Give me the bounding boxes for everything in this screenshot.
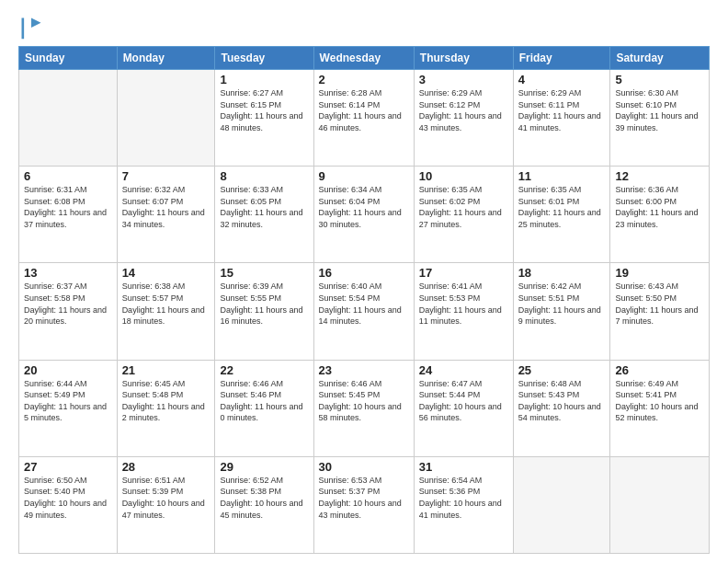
day-cell: 17Sunrise: 6:41 AM Sunset: 5:53 PM Dayli…: [414, 263, 513, 360]
day-info: Sunrise: 6:33 AM Sunset: 6:05 PM Dayligh…: [220, 184, 308, 230]
day-info: Sunrise: 6:28 AM Sunset: 6:14 PM Dayligh…: [319, 87, 409, 133]
day-cell: 30Sunrise: 6:53 AM Sunset: 5:37 PM Dayli…: [313, 456, 414, 553]
day-info: Sunrise: 6:53 AM Sunset: 5:37 PM Dayligh…: [319, 475, 409, 521]
week-row-4: 20Sunrise: 6:44 AM Sunset: 5:49 PM Dayli…: [19, 360, 710, 456]
day-info: Sunrise: 6:39 AM Sunset: 5:55 PM Dayligh…: [220, 281, 308, 327]
day-number: 8: [220, 169, 308, 183]
calendar-body: 1Sunrise: 6:27 AM Sunset: 6:15 PM Daylig…: [19, 70, 710, 554]
weekday-header-row: SundayMondayTuesdayWednesdayThursdayFrid…: [19, 47, 710, 70]
weekday-thursday: Thursday: [414, 47, 513, 70]
day-cell: 16Sunrise: 6:40 AM Sunset: 5:54 PM Dayli…: [313, 263, 414, 360]
day-info: Sunrise: 6:37 AM Sunset: 5:58 PM Dayligh…: [24, 281, 112, 327]
day-cell: 12Sunrise: 6:36 AM Sunset: 6:00 PM Dayli…: [610, 167, 710, 263]
day-cell: 2Sunrise: 6:28 AM Sunset: 6:14 PM Daylig…: [313, 70, 414, 167]
logo-icon: [18, 15, 44, 40]
weekday-monday: Monday: [117, 47, 215, 70]
day-cell: 28Sunrise: 6:51 AM Sunset: 5:39 PM Dayli…: [117, 456, 215, 553]
day-cell: 4Sunrise: 6:29 AM Sunset: 6:11 PM Daylig…: [513, 70, 610, 167]
day-number: 10: [419, 169, 508, 183]
logo: [18, 15, 48, 40]
day-number: 9: [319, 169, 409, 183]
day-info: Sunrise: 6:38 AM Sunset: 5:57 PM Dayligh…: [122, 281, 210, 327]
day-number: 4: [518, 73, 606, 86]
day-number: 22: [220, 363, 308, 377]
day-cell: 3Sunrise: 6:29 AM Sunset: 6:12 PM Daylig…: [414, 70, 513, 167]
day-info: Sunrise: 6:50 AM Sunset: 5:40 PM Dayligh…: [24, 475, 112, 521]
day-cell: [117, 70, 215, 167]
day-info: Sunrise: 6:51 AM Sunset: 5:39 PM Dayligh…: [122, 475, 210, 521]
page: SundayMondayTuesdayWednesdayThursdayFrid…: [0, 0, 728, 563]
day-info: Sunrise: 6:34 AM Sunset: 6:04 PM Dayligh…: [319, 184, 409, 230]
day-number: 20: [24, 363, 112, 377]
day-number: 1: [220, 73, 308, 86]
day-cell: 31Sunrise: 6:54 AM Sunset: 5:36 PM Dayli…: [414, 456, 513, 553]
day-number: 3: [419, 73, 508, 86]
day-cell: 5Sunrise: 6:30 AM Sunset: 6:10 PM Daylig…: [610, 70, 710, 167]
day-info: Sunrise: 6:31 AM Sunset: 6:08 PM Dayligh…: [24, 184, 112, 230]
day-number: 2: [319, 73, 409, 86]
day-info: Sunrise: 6:54 AM Sunset: 5:36 PM Dayligh…: [419, 475, 508, 521]
day-cell: 1Sunrise: 6:27 AM Sunset: 6:15 PM Daylig…: [215, 70, 313, 167]
day-cell: 24Sunrise: 6:47 AM Sunset: 5:44 PM Dayli…: [414, 360, 513, 456]
day-info: Sunrise: 6:45 AM Sunset: 5:48 PM Dayligh…: [122, 378, 210, 424]
day-info: Sunrise: 6:35 AM Sunset: 6:02 PM Dayligh…: [419, 184, 508, 230]
day-cell: [19, 70, 118, 167]
day-number: 17: [419, 266, 508, 280]
day-number: 23: [319, 363, 409, 377]
day-cell: 13Sunrise: 6:37 AM Sunset: 5:58 PM Dayli…: [19, 263, 118, 360]
day-number: 30: [319, 460, 409, 474]
day-cell: 25Sunrise: 6:48 AM Sunset: 5:43 PM Dayli…: [513, 360, 610, 456]
day-number: 19: [615, 266, 704, 280]
day-info: Sunrise: 6:46 AM Sunset: 5:45 PM Dayligh…: [319, 378, 409, 424]
day-number: 31: [419, 460, 508, 474]
day-cell: 9Sunrise: 6:34 AM Sunset: 6:04 PM Daylig…: [313, 167, 414, 263]
header: [18, 15, 710, 40]
day-cell: 18Sunrise: 6:42 AM Sunset: 5:51 PM Dayli…: [513, 263, 610, 360]
day-cell: [610, 456, 710, 553]
weekday-tuesday: Tuesday: [215, 47, 313, 70]
day-info: Sunrise: 6:29 AM Sunset: 6:11 PM Dayligh…: [518, 87, 606, 133]
day-info: Sunrise: 6:42 AM Sunset: 5:51 PM Dayligh…: [518, 281, 606, 327]
svg-rect-2: [22, 18, 25, 40]
weekday-friday: Friday: [513, 47, 610, 70]
day-info: Sunrise: 6:35 AM Sunset: 6:01 PM Dayligh…: [518, 184, 606, 230]
day-number: 29: [220, 460, 308, 474]
day-number: 18: [518, 266, 606, 280]
day-number: 11: [518, 169, 606, 183]
day-cell: 8Sunrise: 6:33 AM Sunset: 6:05 PM Daylig…: [215, 167, 313, 263]
day-cell: [513, 456, 610, 553]
day-info: Sunrise: 6:48 AM Sunset: 5:43 PM Dayligh…: [518, 378, 606, 424]
day-cell: 23Sunrise: 6:46 AM Sunset: 5:45 PM Dayli…: [313, 360, 414, 456]
day-cell: 11Sunrise: 6:35 AM Sunset: 6:01 PM Dayli…: [513, 167, 610, 263]
day-cell: 15Sunrise: 6:39 AM Sunset: 5:55 PM Dayli…: [215, 263, 313, 360]
day-info: Sunrise: 6:44 AM Sunset: 5:49 PM Dayligh…: [24, 378, 112, 424]
day-number: 6: [24, 169, 112, 183]
day-number: 27: [24, 460, 112, 474]
day-info: Sunrise: 6:36 AM Sunset: 6:00 PM Dayligh…: [615, 184, 704, 230]
day-number: 21: [122, 363, 210, 377]
day-cell: 7Sunrise: 6:32 AM Sunset: 6:07 PM Daylig…: [117, 167, 215, 263]
day-info: Sunrise: 6:30 AM Sunset: 6:10 PM Dayligh…: [615, 87, 704, 133]
day-number: 26: [615, 363, 704, 377]
day-info: Sunrise: 6:49 AM Sunset: 5:41 PM Dayligh…: [615, 378, 704, 424]
day-cell: 27Sunrise: 6:50 AM Sunset: 5:40 PM Dayli…: [19, 456, 118, 553]
day-cell: 21Sunrise: 6:45 AM Sunset: 5:48 PM Dayli…: [117, 360, 215, 456]
day-number: 14: [122, 266, 210, 280]
day-cell: 29Sunrise: 6:52 AM Sunset: 5:38 PM Dayli…: [215, 456, 313, 553]
day-number: 28: [122, 460, 210, 474]
day-cell: 14Sunrise: 6:38 AM Sunset: 5:57 PM Dayli…: [117, 263, 215, 360]
day-cell: 26Sunrise: 6:49 AM Sunset: 5:41 PM Dayli…: [610, 360, 710, 456]
day-number: 5: [615, 73, 704, 86]
day-cell: 20Sunrise: 6:44 AM Sunset: 5:49 PM Dayli…: [19, 360, 118, 456]
weekday-wednesday: Wednesday: [313, 47, 414, 70]
day-info: Sunrise: 6:43 AM Sunset: 5:50 PM Dayligh…: [615, 281, 704, 327]
day-cell: 22Sunrise: 6:46 AM Sunset: 5:46 PM Dayli…: [215, 360, 313, 456]
week-row-3: 13Sunrise: 6:37 AM Sunset: 5:58 PM Dayli…: [19, 263, 710, 360]
day-number: 7: [122, 169, 210, 183]
day-cell: 19Sunrise: 6:43 AM Sunset: 5:50 PM Dayli…: [610, 263, 710, 360]
day-info: Sunrise: 6:46 AM Sunset: 5:46 PM Dayligh…: [220, 378, 308, 424]
week-row-1: 1Sunrise: 6:27 AM Sunset: 6:15 PM Daylig…: [19, 70, 710, 167]
day-info: Sunrise: 6:32 AM Sunset: 6:07 PM Dayligh…: [122, 184, 210, 230]
day-info: Sunrise: 6:29 AM Sunset: 6:12 PM Dayligh…: [419, 87, 508, 133]
day-number: 16: [319, 266, 409, 280]
